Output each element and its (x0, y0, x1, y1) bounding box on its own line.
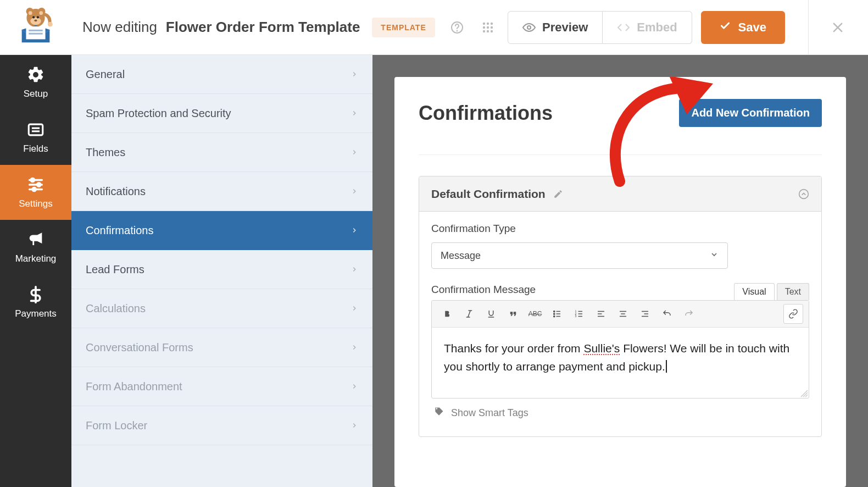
svg-point-16 (487, 22, 489, 24)
card-header[interactable]: Default Confirmation (419, 176, 821, 212)
form-name[interactable]: Flower Order Form Template (166, 19, 360, 36)
code-icon (617, 21, 630, 34)
editor-tab-text[interactable]: Text (777, 283, 809, 300)
chevron-right-icon (350, 305, 358, 312)
editor: ABC 123 Thanks for (431, 300, 809, 399)
confirmations-panel: Confirmations Add New Confirmation Defau… (394, 77, 846, 487)
editor-tabs: Visual Text (734, 283, 809, 300)
svg-point-14 (457, 30, 458, 31)
svg-point-23 (491, 30, 493, 32)
sidebar-item-abandonment[interactable]: Form Abandonment (71, 367, 372, 406)
embed-button[interactable]: Embed (603, 11, 692, 44)
confirmation-message-textarea[interactable]: Thanks for your order from Sullie's Flow… (432, 328, 809, 398)
top-actions: Preview Embed Save (446, 11, 793, 44)
italic-button[interactable] (459, 304, 479, 324)
close-button[interactable] (824, 14, 852, 41)
svg-point-41 (554, 313, 555, 314)
sidebar-item-conversational[interactable]: Conversational Forms (71, 328, 372, 367)
svg-point-33 (32, 187, 36, 191)
sidebar-item-confirmations[interactable]: Confirmations (71, 211, 372, 250)
rail-item-fields[interactable]: Fields (0, 110, 71, 165)
strikethrough-button[interactable]: ABC (525, 304, 545, 324)
svg-point-35 (799, 189, 809, 198)
help-icon[interactable] (446, 16, 468, 38)
apps-grid-icon[interactable] (477, 16, 499, 38)
pencil-icon[interactable] (553, 189, 563, 199)
svg-point-6 (32, 16, 35, 18)
align-right-button[interactable] (635, 304, 655, 324)
redo-button[interactable] (679, 304, 699, 324)
chevron-right-icon (350, 148, 358, 156)
bullet-list-button[interactable] (547, 304, 567, 324)
gear-icon (26, 65, 45, 84)
svg-point-31 (31, 178, 34, 181)
sidebar-item-calculations[interactable]: Calculations (71, 289, 372, 328)
sidebar-item-leadforms[interactable]: Lead Forms (71, 250, 372, 289)
save-button[interactable]: Save (701, 11, 785, 44)
now-editing-label: Now editing (82, 19, 157, 36)
align-center-button[interactable] (613, 304, 633, 324)
link-button[interactable] (783, 304, 803, 324)
undo-button[interactable] (657, 304, 677, 324)
align-left-button[interactable] (591, 304, 611, 324)
confirmation-type-select[interactable]: Message (431, 242, 728, 269)
svg-rect-10 (29, 29, 42, 31)
svg-text:3: 3 (575, 314, 577, 318)
rail-item-setup[interactable]: Setup (0, 55, 71, 110)
eye-icon (522, 21, 536, 34)
sidebar-item-locker[interactable]: Form Locker (71, 406, 372, 445)
bullhorn-icon (26, 230, 45, 249)
card-title: Default Confirmation (431, 187, 546, 201)
confirmation-type-label: Confirmation Type (431, 223, 809, 235)
chevron-up-circle-icon[interactable] (798, 189, 809, 200)
chevron-right-icon (350, 70, 358, 78)
chevron-right-icon (350, 422, 358, 429)
sidebar-item-themes[interactable]: Themes (71, 133, 372, 172)
app-logo (0, 0, 71, 55)
quote-button[interactable] (503, 304, 523, 324)
preview-button[interactable]: Preview (508, 11, 603, 44)
chevron-right-icon (350, 383, 358, 390)
confirmation-card: Default Confirmation Confirmation Type M… (419, 176, 822, 437)
title-area: Now editing Flower Order Form Template T… (71, 18, 435, 37)
svg-point-40 (554, 311, 555, 312)
svg-point-19 (487, 26, 489, 28)
preview-embed-group: Preview Embed (508, 11, 692, 44)
svg-point-7 (37, 16, 39, 18)
sidebar-item-spam[interactable]: Spam Protection and Security (71, 94, 372, 133)
svg-point-17 (491, 22, 493, 24)
bold-button[interactable] (437, 304, 457, 324)
panel-header: Confirmations Add New Confirmation (419, 99, 822, 155)
resize-handle-icon[interactable] (800, 390, 808, 397)
divider (808, 0, 809, 55)
rail-item-settings[interactable]: Settings (0, 165, 71, 220)
left-rail: Setup Fields Settings Marketing Payments (0, 55, 71, 487)
sidebar-item-notifications[interactable]: Notifications (71, 172, 372, 211)
svg-line-38 (468, 311, 471, 317)
numbered-list-button[interactable]: 123 (569, 304, 589, 324)
sidebar-item-general[interactable]: General (71, 55, 372, 94)
add-new-confirmation-button[interactable]: Add New Confirmation (679, 99, 822, 127)
svg-rect-25 (29, 124, 43, 135)
template-badge: TEMPLATE (372, 18, 435, 37)
rail-item-marketing[interactable]: Marketing (0, 220, 71, 275)
svg-point-22 (487, 30, 489, 32)
body: Setup Fields Settings Marketing Payments (0, 55, 868, 487)
canvas: Confirmations Add New Confirmation Defau… (372, 55, 868, 487)
editor-tab-visual[interactable]: Visual (734, 283, 774, 300)
card-body: Confirmation Type Message Confirmation M… (419, 212, 821, 436)
chevron-right-icon (350, 226, 358, 234)
show-smart-tags-link[interactable]: Show Smart Tags (431, 399, 809, 428)
svg-rect-11 (29, 32, 42, 34)
svg-point-15 (483, 22, 485, 24)
rail-item-payments[interactable]: Payments (0, 275, 71, 330)
svg-point-32 (37, 183, 41, 186)
svg-point-18 (483, 26, 485, 28)
underline-button[interactable] (481, 304, 501, 324)
svg-point-42 (554, 316, 555, 317)
wpforms-logo-icon (14, 6, 57, 49)
tag-icon (433, 406, 444, 420)
list-icon (26, 120, 45, 139)
svg-point-20 (491, 26, 493, 28)
sliders-icon (26, 175, 45, 194)
